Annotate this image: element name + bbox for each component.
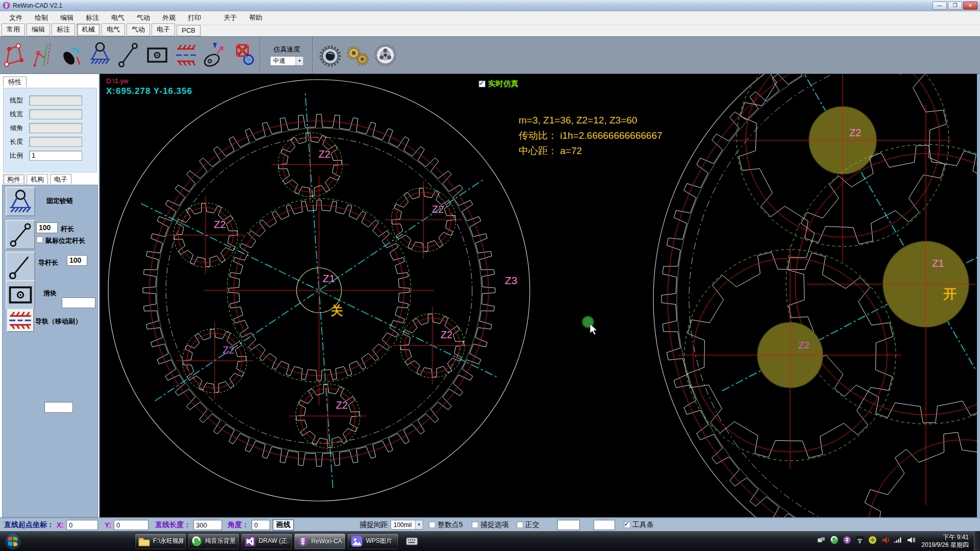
realtime-sim-row: 实时仿真: [479, 79, 519, 89]
menu-item-9[interactable]: 关于: [217, 11, 243, 24]
spare-input-2[interactable]: [594, 520, 615, 530]
gear-label-z2: Z2: [214, 219, 226, 230]
menu-item-7[interactable]: 外观: [156, 11, 182, 24]
task-button-label: DRAW (正...: [259, 537, 289, 545]
keyboard-icon[interactable]: [406, 537, 418, 546]
task-button-5[interactable]: WPS图片: [347, 533, 399, 549]
tool-cam-follower-button[interactable]: [59, 39, 84, 71]
start-button[interactable]: [4, 533, 21, 550]
draw-line-button[interactable]: 画线: [273, 519, 294, 531]
snap-options-label: 捕捉选项: [480, 520, 509, 530]
toolbar-silver-gear-button[interactable]: [316, 38, 344, 72]
tool-slider-block-button[interactable]: [144, 39, 170, 71]
drawing-canvas[interactable]: Z2Z2Z2Z2Z2Z2Z1Z3关Z2Z1开Z2 D:\1.yw X:695.2…: [100, 74, 977, 517]
y-input[interactable]: 0: [114, 520, 149, 530]
property-field[interactable]: [29, 137, 82, 147]
link-rod-button[interactable]: [6, 220, 35, 249]
x-input[interactable]: 0: [66, 520, 98, 530]
tray-wifi-icon[interactable]: [855, 536, 864, 546]
clock[interactable]: 下午 9:41 2019/9/26 星期四: [921, 534, 969, 549]
tray-volume-icon[interactable]: [906, 536, 915, 546]
planetary-gears-icon: [373, 43, 398, 67]
tool-four-bar-linkage-button[interactable]: [2, 39, 27, 71]
scale-label: 比例: [10, 151, 29, 160]
close-button[interactable]: ✕: [963, 2, 977, 10]
tool-fixed-support-button[interactable]: [87, 39, 113, 71]
tool-geneva-mechanism-button[interactable]: [230, 39, 256, 71]
component-tab-1[interactable]: 构件: [3, 174, 24, 185]
property-field[interactable]: [29, 109, 82, 119]
tool-guide-rail-button[interactable]: [173, 39, 199, 71]
tray-browser-icon[interactable]: [830, 536, 839, 546]
ribbon-tab-1[interactable]: 常用: [2, 23, 25, 36]
menu-item-3[interactable]: 编辑: [54, 11, 80, 24]
menu-item-1[interactable]: 文件: [3, 11, 29, 24]
slider-label: 滑块: [43, 289, 57, 298]
menu-item-5[interactable]: 电气: [105, 11, 131, 24]
menu-item-2[interactable]: 绘制: [29, 11, 54, 24]
menu-item-4[interactable]: 标注: [80, 11, 105, 24]
rod-length-input[interactable]: 100: [36, 222, 58, 233]
file-path: D:\1.yw: [106, 77, 128, 85]
rail-button[interactable]: [7, 309, 34, 332]
fixed-hinge-button[interactable]: [6, 187, 35, 216]
cursor-coordinates: X:695.278 Y-16.356: [106, 86, 192, 96]
snap-spacing-select[interactable]: 100mil ▼: [390, 520, 423, 530]
toolbar-gold-gears-button[interactable]: [344, 38, 372, 72]
menu-item-10[interactable]: 帮助: [243, 11, 268, 24]
tool-link-rod-button[interactable]: [116, 39, 141, 71]
ribbon-tab-6[interactable]: 气动: [127, 23, 150, 36]
property-field[interactable]: [29, 95, 82, 106]
tool-crank-rocker-button[interactable]: [30, 39, 56, 71]
task-button-4[interactable]: ReWon-CA...: [294, 533, 346, 549]
fixed-hinge-icon: [8, 189, 33, 214]
minimize-button[interactable]: —: [933, 2, 947, 10]
task-button-2[interactable]: 纯音乐背景...: [188, 533, 239, 549]
tray-safety-icon[interactable]: [868, 536, 877, 546]
property-field[interactable]: [29, 123, 82, 133]
line-length-input[interactable]: 300: [193, 520, 222, 530]
mouse-rod-checkbox[interactable]: [36, 236, 43, 243]
tray-alert-speaker-icon[interactable]: [881, 536, 890, 546]
spare-input[interactable]: [44, 402, 73, 413]
ribbon-tab-7[interactable]: 电子: [152, 23, 175, 36]
realtime-sim-checkbox[interactable]: [479, 81, 485, 87]
task-button-label: ReWon-CA...: [311, 538, 342, 545]
spare-input-1[interactable]: [557, 520, 580, 530]
ribbon-tab-3[interactable]: 标注: [52, 23, 75, 36]
component-tab-3[interactable]: 电子: [50, 174, 71, 185]
scale-input[interactable]: 1: [29, 151, 82, 161]
gear-label-z2: Z2: [336, 399, 348, 411]
guide-rod-button[interactable]: [6, 252, 35, 281]
angle-input[interactable]: 0: [252, 520, 270, 530]
slider-input[interactable]: [62, 297, 95, 308]
snap-options-checkbox[interactable]: [472, 521, 478, 528]
ortho-checkbox[interactable]: [517, 521, 523, 528]
statusbar: 直线起点坐标： X: 0 Y: 0 直线长度： 300 角度： 0 画线 捕捉间…: [0, 517, 980, 531]
maximize-button[interactable]: ❐: [948, 2, 962, 10]
component-tab-2[interactable]: 机构: [27, 174, 48, 185]
tray-signal-icon[interactable]: [894, 536, 902, 546]
tray-hidden-icons-icon[interactable]: [817, 536, 826, 546]
ribbon-tab-8[interactable]: PCB: [177, 25, 201, 36]
show-desktop-button[interactable]: [974, 531, 980, 551]
chevron-down-icon: ▼: [296, 57, 303, 65]
ribbon-tab-4[interactable]: 机械: [77, 23, 100, 36]
task-button-1[interactable]: F:\永旺视频: [135, 533, 186, 549]
integer-point-checkbox[interactable]: [429, 521, 435, 528]
menu-item-8[interactable]: 打印: [182, 11, 207, 24]
toolbar-planetary-gears-button[interactable]: [372, 38, 399, 72]
ribbon-tab-2[interactable]: 编辑: [27, 23, 50, 36]
properties-tab[interactable]: 特性: [3, 77, 27, 87]
toolbar-checkbox[interactable]: [624, 521, 630, 528]
ribbon-tab-5[interactable]: 电气: [102, 23, 125, 36]
task-button-3[interactable]: DRAW (正...: [241, 533, 292, 549]
guide-rod-input[interactable]: 100: [67, 255, 87, 266]
tray-rewon-icon[interactable]: [843, 536, 851, 546]
guide-rod-icon: [8, 254, 33, 279]
tool-cam-ellipse-button[interactable]: [202, 39, 227, 71]
property-label: 线型: [10, 96, 29, 105]
menu-item-6[interactable]: 气动: [131, 11, 156, 24]
sim-speed-select[interactable]: 中速 ▼: [270, 56, 304, 66]
slider-button[interactable]: [6, 280, 35, 310]
